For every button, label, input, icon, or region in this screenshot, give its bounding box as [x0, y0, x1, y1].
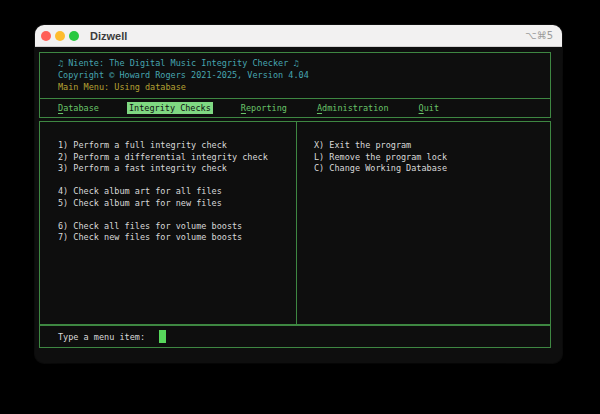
menu-item-reporting[interactable]: Reporting: [241, 103, 287, 113]
menu-item-quit[interactable]: Quit: [419, 103, 439, 113]
menu-option[interactable]: 3) Perform a fast integrity check: [58, 163, 296, 175]
minimize-button[interactable]: [55, 31, 65, 41]
close-button[interactable]: [41, 31, 51, 41]
header-box: ♫ Niente: The Digital Music Integrity Ch…: [39, 52, 551, 99]
zoom-button[interactable]: [69, 31, 79, 41]
right-menu-panel: X) Exit the programL) Remove the program…: [296, 121, 551, 325]
menu-bar: DatabaseIntegrity ChecksReportingAdminis…: [39, 98, 551, 118]
menu-hotkey-letter: Q: [419, 103, 424, 113]
menu-hotkey-letter: A: [317, 103, 322, 113]
window-shortcut-hint: ⌥⌘5: [525, 30, 553, 41]
menu-hotkey-letter: D: [58, 103, 63, 113]
desktop-background: Dizwell ⌥⌘5 ♫ Niente: The Digital Music …: [0, 0, 600, 414]
window-title: Dizwell: [90, 30, 127, 42]
menu-option[interactable]: X) Exit the program: [314, 140, 550, 152]
text-cursor[interactable]: [159, 330, 166, 343]
copyright-line: Copyright © Howard Rogers 2021-2025, Ver…: [58, 69, 550, 81]
menu-option[interactable]: L) Remove the program lock: [314, 152, 550, 164]
blank-line: [58, 175, 296, 187]
menu-option[interactable]: 4) Check album art for all files: [58, 186, 296, 198]
menu-item-integrity-checks[interactable]: Integrity Checks: [127, 102, 213, 114]
prompt-box: Type a menu item:: [39, 325, 551, 348]
traffic-lights: [41, 31, 79, 41]
terminal-screen[interactable]: ♫ Niente: The Digital Music Integrity Ch…: [35, 47, 562, 363]
menu-option[interactable]: 6) Check all files for volume boosts: [58, 221, 296, 233]
status-line: Main Menu: Using database: [58, 81, 550, 93]
menu-option[interactable]: 1) Perform a full integrity check: [58, 140, 296, 152]
menu-option[interactable]: C) Change Working Database: [314, 163, 550, 175]
menu-hotkey-letter: R: [241, 103, 246, 113]
menu-option[interactable]: 5) Check album art for new files: [58, 198, 296, 210]
prompt-label: Type a menu item:: [58, 332, 145, 342]
menu-item-administration[interactable]: Administration: [317, 103, 389, 113]
terminal-window: Dizwell ⌥⌘5 ♫ Niente: The Digital Music …: [35, 25, 562, 363]
app-title: ♫ Niente: The Digital Music Integrity Ch…: [58, 57, 550, 69]
left-menu-panel: 1) Perform a full integrity check2) Perf…: [39, 121, 297, 325]
blank-line: [58, 209, 296, 221]
menu-option[interactable]: 2) Perform a differential integrity chec…: [58, 152, 296, 164]
menu-option[interactable]: 7) Check new files for volume boosts: [58, 232, 296, 244]
window-titlebar[interactable]: Dizwell ⌥⌘5: [35, 25, 562, 47]
menu-item-database[interactable]: Database: [58, 103, 99, 113]
